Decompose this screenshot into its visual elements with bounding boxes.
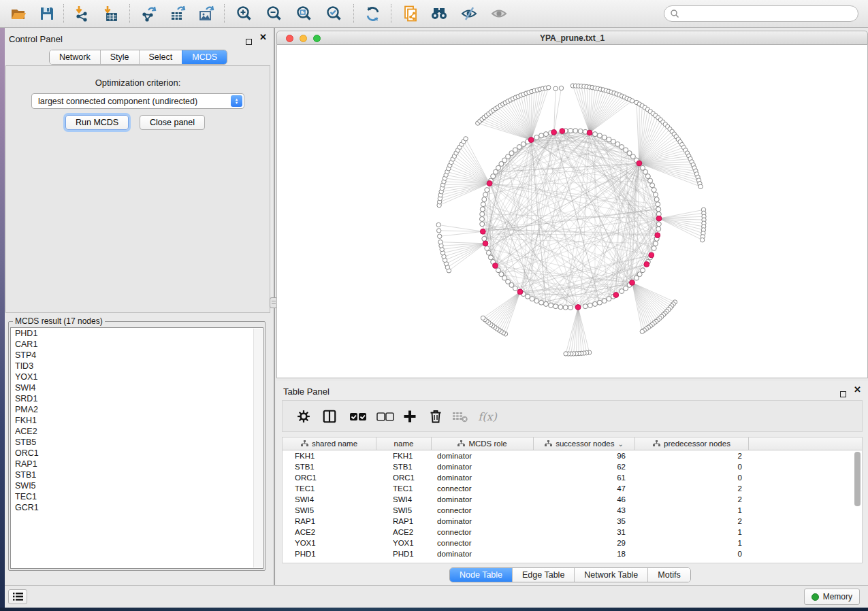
network-node[interactable]: [634, 276, 639, 280]
table-row[interactable]: TEC1TEC1connector472: [283, 483, 862, 494]
mcds-result-item[interactable]: TID3: [11, 361, 263, 371]
table-row[interactable]: ACE2ACE2connector311: [283, 527, 862, 538]
leaf-node[interactable]: [700, 238, 704, 242]
network-node[interactable]: [485, 246, 489, 250]
open-folder-icon[interactable]: [7, 3, 30, 24]
mcds-node[interactable]: [560, 129, 565, 134]
network-node[interactable]: [539, 133, 544, 138]
network-node[interactable]: [602, 299, 607, 303]
network-node[interactable]: [593, 132, 598, 137]
network-node[interactable]: [480, 207, 485, 212]
column-header-mcds-role[interactable]: MCDS role: [432, 437, 534, 450]
deselect-all-icon[interactable]: [375, 407, 396, 426]
select-all-icon[interactable]: [348, 407, 368, 426]
network-node[interactable]: [534, 299, 539, 303]
leaf-node[interactable]: [436, 222, 440, 227]
binoculars-icon[interactable]: [428, 3, 451, 24]
mcds-result-item[interactable]: STP4: [11, 350, 263, 361]
network-node[interactable]: [521, 142, 526, 146]
zoom-selected-icon[interactable]: [322, 3, 345, 24]
network-node[interactable]: [588, 303, 592, 308]
mcds-result-item[interactable]: YOX1: [11, 371, 263, 382]
mcds-node[interactable]: [480, 229, 485, 234]
network-node[interactable]: [652, 188, 656, 193]
leaf-node[interactable]: [464, 137, 468, 141]
column-header-shared-name[interactable]: shared name: [283, 437, 376, 450]
network-node[interactable]: [482, 236, 487, 241]
column-header-predecessor-nodes[interactable]: predecessor nodes: [635, 437, 749, 450]
table-row[interactable]: ORC1ORC1dominator610: [283, 472, 862, 483]
table-row[interactable]: SWI4SWI4dominator462: [283, 494, 862, 505]
search-input[interactable]: [684, 8, 852, 19]
tab-mcds[interactable]: MCDS: [182, 50, 227, 64]
memory-button[interactable]: Memory: [804, 589, 860, 605]
network-node[interactable]: [480, 222, 485, 227]
mcds-node[interactable]: [613, 293, 619, 298]
mcds-node[interactable]: [630, 280, 635, 286]
network-node[interactable]: [553, 304, 558, 309]
mcds-result-item[interactable]: PMA2: [11, 404, 263, 415]
network-node[interactable]: [544, 132, 549, 137]
float-table-panel-icon[interactable]: [840, 388, 846, 400]
delete-column-icon[interactable]: [425, 407, 446, 426]
column-header-name[interactable]: name: [376, 437, 432, 450]
mcds-result-item[interactable]: STB1: [11, 469, 263, 480]
mcds-node[interactable]: [644, 262, 649, 267]
mcds-result-item[interactable]: STB5: [11, 437, 263, 448]
mcds-node[interactable]: [575, 305, 581, 310]
tab-network-table[interactable]: Network Table: [574, 568, 647, 582]
mcds-node[interactable]: [656, 216, 662, 221]
network-node[interactable]: [491, 174, 496, 179]
network-node[interactable]: [620, 289, 624, 294]
tab-node-table[interactable]: Node Table: [450, 568, 512, 582]
network-node[interactable]: [656, 222, 661, 227]
leaf-node[interactable]: [438, 234, 442, 238]
delete-table-icon[interactable]: [450, 407, 470, 426]
network-node[interactable]: [578, 129, 583, 133]
tab-style[interactable]: Style: [100, 50, 139, 64]
close-table-panel-icon[interactable]: ✕: [854, 386, 861, 393]
network-node[interactable]: [611, 139, 615, 144]
export-table-icon[interactable]: [166, 3, 189, 24]
mcds-result-item[interactable]: GCR1: [11, 502, 263, 513]
mcds-node[interactable]: [587, 130, 592, 135]
hide-eye-icon[interactable]: [457, 3, 481, 24]
export-network-icon[interactable]: [138, 3, 161, 24]
network-node[interactable]: [481, 202, 485, 207]
function-builder-icon[interactable]: f(x): [477, 407, 498, 426]
network-node[interactable]: [486, 250, 491, 255]
network-node[interactable]: [652, 246, 656, 250]
share-document-icon[interactable]: [399, 3, 422, 24]
network-node[interactable]: [483, 193, 488, 197]
network-node[interactable]: [563, 305, 568, 310]
import-table-icon[interactable]: [99, 3, 123, 24]
zoom-out-icon[interactable]: [262, 3, 285, 24]
tab-network[interactable]: Network: [50, 50, 100, 64]
eye-icon[interactable]: [487, 3, 511, 24]
float-panel-icon[interactable]: [246, 35, 252, 48]
network-node[interactable]: [488, 255, 493, 260]
leaf-node[interactable]: [640, 329, 644, 333]
mcds-result-item[interactable]: RAP1: [11, 459, 263, 469]
zoom-in-icon[interactable]: [232, 3, 255, 24]
mcds-node[interactable]: [655, 233, 660, 238]
network-node[interactable]: [496, 268, 501, 273]
mcds-result-item[interactable]: FKH1: [11, 415, 263, 426]
network-node[interactable]: [583, 304, 588, 309]
optimization-criterion-select[interactable]: largest connected component (undirected)…: [31, 93, 244, 109]
network-node[interactable]: [534, 135, 539, 139]
export-image-icon[interactable]: [195, 3, 218, 24]
leaf-node[interactable]: [553, 86, 558, 90]
network-canvas[interactable]: [276, 45, 868, 378]
network-node[interactable]: [607, 137, 611, 142]
leaf-node[interactable]: [481, 316, 485, 320]
network-node[interactable]: [530, 297, 534, 301]
network-node[interactable]: [593, 301, 598, 306]
network-node[interactable]: [568, 129, 573, 133]
close-panel-button[interactable]: Close panel: [140, 115, 205, 130]
mcds-result-item[interactable]: ACE2: [11, 426, 263, 437]
column-header-successor-nodes[interactable]: successor nodes ⌄: [534, 437, 635, 450]
mcds-node[interactable]: [528, 137, 534, 143]
network-node[interactable]: [607, 297, 611, 301]
network-node[interactable]: [653, 242, 658, 246]
